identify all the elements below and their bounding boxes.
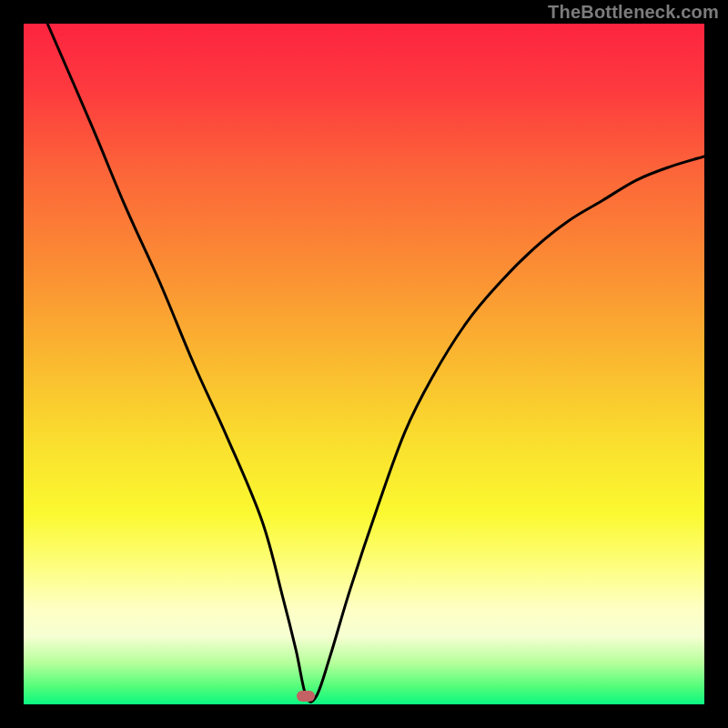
- chart-plot-area: [24, 24, 704, 704]
- watermark-text: TheBottleneck.com: [548, 2, 719, 23]
- optimal-point-marker: [297, 691, 315, 702]
- chart-frame: TheBottleneck.com: [0, 0, 728, 728]
- bottleneck-curve: [24, 24, 704, 704]
